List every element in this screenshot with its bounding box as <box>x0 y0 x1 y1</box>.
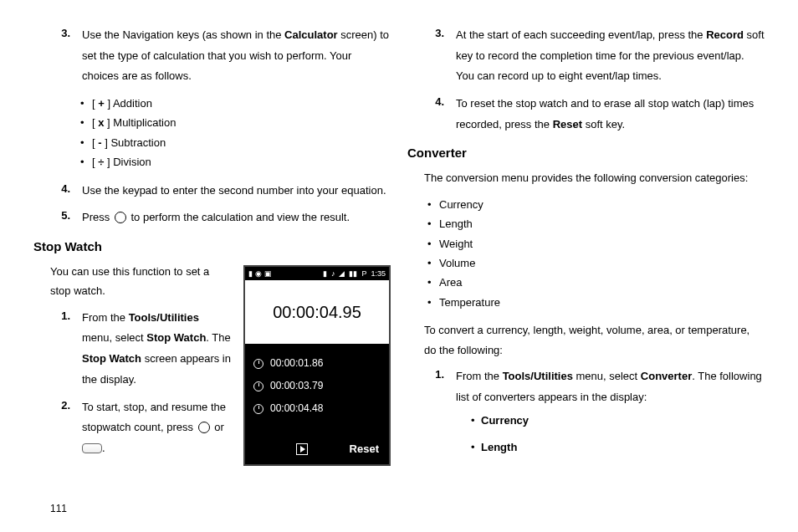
step-text: To reset the stop watch and to erase all… <box>456 94 765 135</box>
ok-key-icon <box>115 212 126 223</box>
step-text: To start, stop, and resume the stopwatch… <box>82 397 232 459</box>
cat-weight: Weight <box>427 234 765 253</box>
sw-step-3: 3. At the start of each succeeding event… <box>424 25 765 87</box>
step-text: From the Tools/Utilities menu, select Co… <box>456 366 765 463</box>
sub-length: Length <box>471 437 765 457</box>
converter-sublist: Currency Length <box>471 411 765 457</box>
calc-step-3: 3. Use the Navigation keys (as shown in … <box>50 25 391 87</box>
converter-intro: The conversion menu provides the followi… <box>424 168 765 187</box>
stopwatch-intro: You can use this function to set a stop … <box>50 262 232 301</box>
cat-volume: Volume <box>427 253 765 273</box>
cat-area: Area <box>427 273 765 292</box>
lap-row: 00:00:03.79 <box>253 375 381 397</box>
calc-steps-cont: 4. Use the keypad to enter the second nu… <box>50 181 391 228</box>
cat-length: Length <box>427 214 765 233</box>
lap-time: 00:00:01.86 <box>270 356 323 371</box>
step-number: 2. <box>50 397 74 459</box>
sub-currency: Currency <box>471 411 765 430</box>
play-icon[interactable] <box>296 443 308 455</box>
stopwatch-heading: Stop Watch <box>33 237 391 257</box>
converter-procedure: To convert a currency, length, weight, v… <box>424 320 765 360</box>
calc-steps: 3. Use the Navigation keys (as shown in … <box>50 25 391 87</box>
step-number: 5. <box>50 207 74 228</box>
sw-step-2: 2. To start, stop, and resume the stopwa… <box>50 397 232 459</box>
op-subtraction: [ - ] Subtraction <box>80 133 391 152</box>
phone-softkey-bar: Reset <box>245 436 389 465</box>
step-text: From the Tools/Utilities menu, select St… <box>82 308 232 391</box>
calc-step-5: 5. Press to perform the calculation and … <box>50 207 391 228</box>
stopwatch-steps: 1. From the Tools/Utilities menu, select… <box>50 308 232 459</box>
step-number: 4. <box>50 181 74 202</box>
stopwatch-main-time: 00:00:04.95 <box>245 280 389 344</box>
page-number: 111 <box>50 501 67 517</box>
status-indicator-icon: ◉ <box>255 268 262 279</box>
lap-list: 00:00:01.86 00:00:03.79 00:00:04.48 <box>245 344 389 436</box>
ok-button-icon <box>82 443 102 453</box>
phone-screenshot: ▮ ◉ ▣ ▮ ♪ ◢ ▮▮ P 1:35 00:00:04.95 00:00:… <box>243 265 391 466</box>
ok-key-icon <box>198 422 210 433</box>
op-addition: [ + ] Addition <box>80 94 391 113</box>
step-number: 1. <box>424 366 448 463</box>
operation-list: [ + ] Addition [ x ] Multiplication [ - … <box>80 94 391 172</box>
step-text: Use the keypad to enter the second numbe… <box>82 181 391 202</box>
step-text: At the start of each succeeding event/la… <box>456 25 765 87</box>
signal-icon: ▮ <box>248 268 253 279</box>
battery-icon: ▮▮ <box>349 268 357 279</box>
lap-time: 00:00:03.79 <box>270 378 323 394</box>
stopwatch-icon <box>253 381 263 391</box>
step-number: 4. <box>424 94 448 135</box>
step-number: 3. <box>50 25 74 87</box>
battery-icon: ▮ <box>323 268 327 279</box>
step-number: 3. <box>424 25 448 87</box>
calc-step-4: 4. Use the keypad to enter the second nu… <box>50 181 391 202</box>
sw-steps-right: 3. At the start of each succeeding event… <box>424 25 765 135</box>
sound-icon: ◢ <box>339 268 345 279</box>
converter-categories: Currency Length Weight Volume Area Tempe… <box>427 195 765 312</box>
lap-time: 00:00:04.48 <box>270 401 323 417</box>
stopwatch-icon <box>253 404 263 414</box>
status-time: 1:35 <box>371 268 386 279</box>
lap-row: 00:00:01.86 <box>253 352 381 375</box>
sw-step-4: 4. To reset the stop watch and to erase … <box>424 94 765 135</box>
cat-temperature: Temperature <box>427 293 765 312</box>
step-text: Use the Navigation keys (as shown in the… <box>82 25 391 87</box>
op-division: [ ÷ ] Division <box>80 152 391 171</box>
stopwatch-icon <box>253 359 263 369</box>
sw-step-1: 1. From the Tools/Utilities menu, select… <box>50 308 232 391</box>
lap-row: 00:00:04.48 <box>253 397 381 420</box>
conv-step-1: 1. From the Tools/Utilities menu, select… <box>424 366 765 463</box>
converter-heading: Converter <box>407 143 765 163</box>
reset-softkey[interactable]: Reset <box>350 441 379 458</box>
status-indicator-icon: ▣ <box>264 268 272 279</box>
step-number: 1. <box>50 308 74 391</box>
phone-status-bar: ▮ ◉ ▣ ▮ ♪ ◢ ▮▮ P 1:35 <box>245 267 389 280</box>
status-p: P <box>361 268 366 279</box>
cat-currency: Currency <box>427 195 765 214</box>
step-text: Press to perform the calculation and vie… <box>82 207 391 228</box>
converter-steps: 1. From the Tools/Utilities menu, select… <box>424 366 765 463</box>
music-note-icon: ♪ <box>331 268 335 279</box>
op-multiplication: [ x ] Multiplication <box>80 113 391 132</box>
